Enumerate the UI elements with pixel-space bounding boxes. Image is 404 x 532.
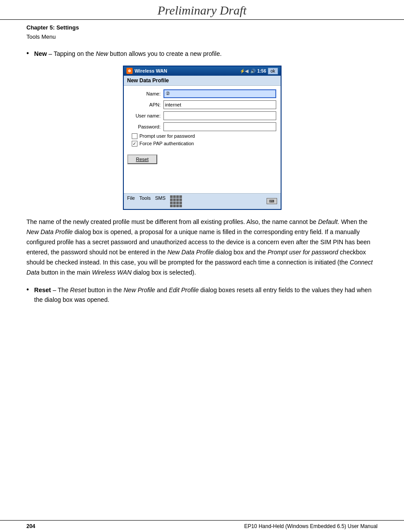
prompt-checkbox-label: Prompt user for password bbox=[140, 133, 195, 139]
page-header: Preliminary Draft bbox=[0, 0, 404, 20]
titlebar-controls: ⚡◀ 🔊 1:56 ok bbox=[240, 68, 278, 74]
name-input[interactable] bbox=[163, 89, 276, 98]
new-italic: New bbox=[96, 50, 108, 57]
titlebar-app-name: Wireless WAN bbox=[135, 68, 167, 73]
bullet-dot-2: • bbox=[26, 286, 29, 294]
name-row: Name: bbox=[128, 89, 276, 98]
prompt-checkbox[interactable] bbox=[132, 133, 137, 139]
new-profile-italic: New Profile bbox=[124, 286, 156, 294]
titlebar-app-icon: ⊕ bbox=[126, 68, 133, 74]
force-checkbox-label: Force PAP authentication bbox=[140, 141, 194, 146]
apn-label: APN: bbox=[128, 102, 163, 107]
main-content: • New – Tapping on the New button allows… bbox=[0, 42, 404, 325]
edit-profile-italic: Edit Profile bbox=[169, 286, 199, 294]
keyboard-icon: ⌨ bbox=[267, 198, 277, 204]
signal-icon: ⚡◀ bbox=[240, 69, 248, 73]
password-label: Password: bbox=[128, 124, 163, 129]
bottombar-tools[interactable]: Tools bbox=[139, 195, 151, 207]
chapter-line2: Tools Menu bbox=[26, 33, 378, 42]
username-input[interactable] bbox=[163, 111, 276, 120]
reset-italic: Reset bbox=[70, 286, 86, 294]
bullet-new-text: New – Tapping on the New button allows y… bbox=[34, 49, 222, 59]
preliminary-draft-title: Preliminary Draft bbox=[158, 4, 247, 17]
speaker-icon: 🔊 bbox=[250, 69, 256, 73]
titlebar-time: 1:56 bbox=[257, 69, 266, 73]
bottombar-sms[interactable]: SMS bbox=[155, 195, 166, 207]
bullet-reset: • Reset – The Reset button in the New Pr… bbox=[26, 285, 378, 305]
bottombar-grid-icon bbox=[170, 195, 182, 207]
username-row: User name: bbox=[128, 111, 276, 120]
dialog-container: ⊕ Wireless WAN ⚡◀ 🔊 1:56 ok New Data Pro… bbox=[26, 66, 378, 210]
chapter-line1: Chapter 5: Settings bbox=[26, 23, 378, 33]
bullet-reset-text: Reset – The Reset button in the New Prof… bbox=[34, 285, 378, 305]
dialog-bottombar: File Tools SMS ⌨ bbox=[124, 193, 281, 209]
password-row: Password: bbox=[128, 122, 276, 131]
dialog-form: Name: APN: User name: P bbox=[124, 86, 281, 152]
force-checkbox-row: ✓ Force PAP authentication bbox=[128, 141, 276, 147]
apn-input[interactable] bbox=[163, 100, 276, 109]
dialog-form-body: Name: APN: User name: P bbox=[124, 86, 281, 193]
username-label: User name: bbox=[128, 113, 163, 118]
dialog-box: ⊕ Wireless WAN ⚡◀ 🔊 1:56 ok New Data Pro… bbox=[123, 66, 282, 210]
bottombar-file[interactable]: File bbox=[127, 195, 135, 207]
footer-page-number: 204 bbox=[26, 523, 35, 529]
password-input[interactable] bbox=[163, 122, 276, 131]
dialog-titlebar: ⊕ Wireless WAN ⚡◀ 🔊 1:56 ok bbox=[124, 66, 281, 76]
dialog-section-title: New Data Profile bbox=[124, 76, 281, 86]
bullet-new: • New – Tapping on the New button allows… bbox=[26, 49, 378, 59]
bullet-dot-1: • bbox=[26, 49, 29, 57]
force-checkbox[interactable]: ✓ bbox=[132, 141, 137, 147]
page-footer: 204 EP10 Hand-Held (Windows Embedded 6.5… bbox=[0, 520, 404, 532]
titlebar-left: ⊕ Wireless WAN bbox=[126, 68, 167, 74]
reset-bold: Reset bbox=[34, 286, 51, 294]
bottombar-menu: File Tools SMS bbox=[127, 195, 182, 207]
prompt-checkbox-row: Prompt user for password bbox=[128, 133, 276, 139]
dialog-spacer bbox=[124, 167, 281, 193]
new-bold: New bbox=[34, 50, 47, 57]
chapter-info: Chapter 5: Settings Tools Menu bbox=[0, 20, 404, 42]
titlebar-ok-button[interactable]: ok bbox=[268, 68, 278, 74]
body-paragraph: The name of the newly created profile mu… bbox=[26, 217, 378, 278]
reset-btn-row: Reset bbox=[124, 152, 281, 167]
reset-button[interactable]: Reset bbox=[127, 154, 158, 164]
apn-row: APN: bbox=[128, 100, 276, 109]
name-label: Name: bbox=[128, 91, 163, 96]
footer-description: EP10 Hand-Held (Windows Embedded 6.5) Us… bbox=[244, 523, 378, 529]
